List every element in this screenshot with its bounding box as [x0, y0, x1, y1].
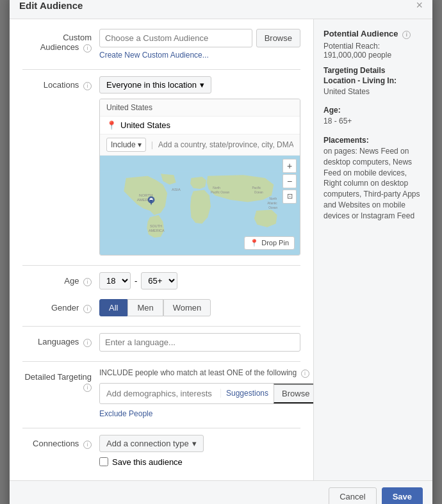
modal-header: Edit Audience × — [10, 0, 432, 19]
age-label: Age i — [22, 272, 99, 286]
location-type-dropdown[interactable]: Everyone in this location ▾ — [99, 76, 211, 93]
locations-label: Locations i — [22, 76, 99, 90]
gender-women-button[interactable]: Women — [163, 299, 211, 316]
custom-audience-input-row: Browse — [99, 29, 300, 47]
location-country-header: United States — [100, 99, 300, 117]
include-arrow-icon: ▾ — [138, 140, 142, 149]
save-audience-label: Save this audience — [112, 457, 183, 467]
connections-content: Add a connection type ▾ Save this audien… — [99, 435, 300, 467]
custom-audience-input[interactable] — [99, 29, 252, 47]
age-separator: - — [135, 276, 137, 286]
gender-button-group: All Men Women — [99, 299, 300, 316]
dropdown-arrow-icon: ▾ — [200, 80, 204, 90]
locations-row: Locations i Everyone in this location ▾ … — [22, 76, 300, 256]
languages-info-icon[interactable]: i — [83, 339, 92, 347]
location-search-input[interactable] — [158, 140, 293, 149]
detailed-targeting-desc-info-icon[interactable]: i — [301, 370, 309, 378]
age-min-select[interactable]: 1813212530 — [99, 272, 131, 289]
age-max-select[interactable]: 65+18212530 — [141, 272, 177, 289]
potential-reach-text: Potential Reach: 191,000,000 people — [323, 42, 423, 60]
detailed-targeting-row: Detailed Targeting i INCLUDE people who … — [22, 368, 300, 418]
targeting-placements-value: on pages: News Feed on desktop computers… — [323, 146, 423, 222]
targeting-details-title: Targeting Details — [323, 66, 423, 75]
connection-dropdown-arrow-icon: ▾ — [192, 439, 197, 448]
age-inputs: 1813212530 - 65+18212530 — [99, 272, 300, 289]
location-pin-icon: 📍 — [106, 120, 117, 130]
custom-audiences-label: Custom Audiences i — [22, 29, 99, 53]
detailed-targeting-label: Detailed Targeting i — [22, 368, 99, 392]
side-panel: Potential Audience i Potential Reach: 19… — [314, 19, 432, 480]
targeting-details-section: Targeting Details Location - Living In: … — [323, 66, 423, 222]
age-content: 1813212530 - 65+18212530 — [99, 272, 300, 289]
custom-audiences-content: Browse Create New Custom Audience... — [99, 29, 300, 60]
map-zoom-out-button[interactable]: − — [282, 174, 297, 188]
drop-pin-button[interactable]: 📍 Drop Pin — [244, 236, 295, 250]
modal-body: Custom Audiences i Browse Create New Cus… — [10, 19, 432, 480]
connections-info-icon[interactable]: i — [83, 441, 92, 449]
location-controls: Include ▾ | — [100, 134, 300, 156]
languages-label: Languages i — [22, 333, 99, 347]
svg-text:Pacific: Pacific — [252, 186, 261, 190]
svg-text:Ocean: Ocean — [268, 206, 277, 209]
save-audience-checkbox[interactable] — [99, 457, 108, 466]
map-fullscreen-button[interactable]: ⊡ — [282, 190, 297, 204]
location-name: United States — [120, 120, 170, 130]
gender-label: Gender i — [22, 299, 99, 313]
cancel-button[interactable]: Cancel — [329, 487, 376, 505]
map-zoom-in-button[interactable]: + — [282, 159, 297, 173]
connections-label: Connections i — [22, 435, 99, 449]
potential-audience-info-icon[interactable]: i — [402, 31, 411, 39]
targeting-location-label: Location - Living In: — [323, 76, 423, 85]
modal-close-button[interactable]: × — [416, 0, 423, 12]
divider-2 — [22, 265, 300, 266]
save-audience-row: Save this audience — [99, 457, 300, 467]
edit-audience-modal: Edit Audience × Custom Audiences i Brows… — [10, 0, 432, 504]
main-panel: Custom Audiences i Browse Create New Cus… — [10, 19, 314, 480]
suggestions-link[interactable]: Suggestions — [220, 389, 274, 398]
language-input[interactable] — [99, 333, 300, 352]
gender-content: All Men Women — [99, 299, 300, 316]
svg-text:ASIA: ASIA — [172, 187, 181, 191]
age-info-icon[interactable]: i — [83, 278, 92, 286]
detailed-targeting-browse-button[interactable]: Browse — [274, 384, 314, 403]
modal-title: Edit Audience — [19, 0, 83, 11]
detailed-targeting-description: INCLUDE people who match at least ONE of… — [99, 368, 314, 378]
targeting-placements-label: Placements: — [323, 136, 423, 145]
gender-info-icon[interactable]: i — [83, 305, 92, 313]
svg-text:Ocean: Ocean — [254, 190, 263, 193]
divider-5 — [22, 428, 300, 428]
targeting-age-label: Age: — [323, 106, 423, 115]
gender-all-button[interactable]: All — [99, 299, 127, 316]
svg-text:AMERICA: AMERICA — [149, 228, 165, 232]
detailed-targeting-content: INCLUDE people who match at least ONE of… — [99, 368, 314, 418]
age-row: Age i 1813212530 - 65+18212530 — [22, 272, 300, 289]
locations-info-icon[interactable]: i — [83, 82, 92, 90]
detailed-targeting-info-icon[interactable]: i — [83, 384, 92, 392]
exclude-people-link[interactable]: Exclude People — [99, 409, 152, 418]
custom-audiences-info-icon[interactable]: i — [83, 44, 92, 53]
location-box: United States 📍 United States Include ▾ — [99, 99, 300, 256]
pin-icon: 📍 — [250, 239, 259, 247]
svg-text:Pacific Ocean: Pacific Ocean — [211, 190, 230, 193]
custom-audiences-row: Custom Audiences i Browse Create New Cus… — [22, 29, 300, 60]
detailed-targeting-input[interactable] — [100, 384, 220, 403]
save-button[interactable]: Save — [382, 487, 423, 505]
map-container: NORTH AMERICA ASIA SOUTH AMERICA Pacific… — [100, 156, 300, 255]
potential-audience-title: Potential Audience i — [323, 29, 423, 39]
languages-row: Languages i — [22, 333, 300, 352]
gender-row: Gender i All Men Women — [22, 299, 300, 316]
svg-text:SOUTH: SOUTH — [150, 224, 162, 227]
include-dropdown[interactable]: Include ▾ — [106, 138, 146, 152]
locations-content: Everyone in this location ▾ United State… — [99, 76, 300, 256]
connection-type-dropdown[interactable]: Add a connection type ▾ — [99, 435, 204, 452]
gender-men-button[interactable]: Men — [127, 299, 163, 316]
svg-text:North: North — [270, 197, 277, 200]
divider-3 — [22, 326, 300, 327]
custom-audience-browse-button[interactable]: Browse — [256, 29, 300, 47]
modal-overlay: Edit Audience × Custom Audiences i Brows… — [0, 0, 442, 504]
divider-1 — [22, 69, 300, 70]
languages-content — [99, 333, 300, 352]
potential-audience-section: Potential Audience i Potential Reach: 19… — [323, 29, 423, 60]
create-custom-audience-link[interactable]: Create New Custom Audience... — [99, 51, 209, 60]
map-controls: + − ⊡ — [282, 159, 297, 204]
